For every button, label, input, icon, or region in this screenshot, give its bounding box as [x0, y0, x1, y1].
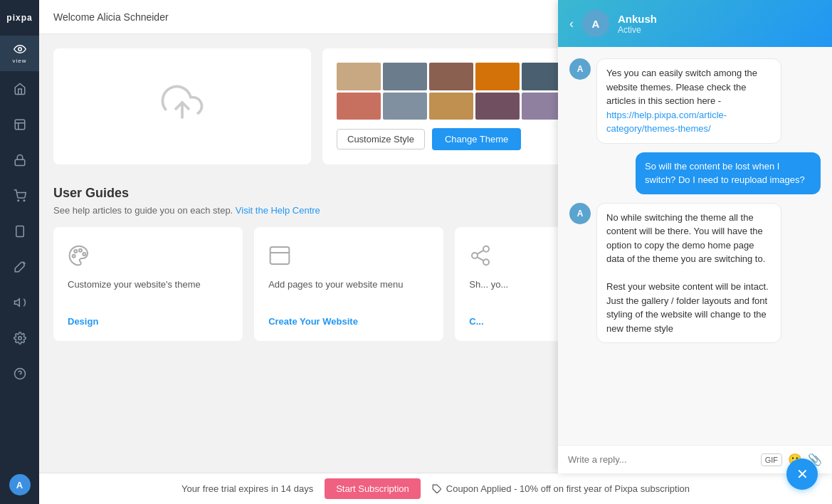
- guide-card-design-text: Customize your website's theme: [68, 279, 228, 309]
- share-link[interactable]: C...: [469, 316, 566, 327]
- user-guides-section: User Guides See help articles to guide y…: [53, 186, 580, 341]
- sidebar-item-design[interactable]: [0, 249, 39, 285]
- theme-images-grid: [337, 63, 566, 120]
- theme-img-1: [337, 63, 381, 90]
- svg-point-16: [74, 250, 77, 253]
- chat-header: ‹ A Ankush Active: [558, 0, 832, 47]
- message-row-2: So will the content be lost when I switc…: [569, 152, 821, 194]
- help-centre-link[interactable]: Visit the Help Centre: [236, 205, 320, 216]
- upload-card: [53, 48, 311, 164]
- user-avatar[interactable]: A: [9, 474, 31, 495]
- customize-style-button[interactable]: Customize Style: [337, 129, 425, 149]
- guide-card-pages: Add pages to your website menu Create Yo…: [254, 227, 443, 341]
- bottom-bar: Your free trial expires in 14 days Start…: [39, 473, 832, 504]
- palette-icon: [68, 244, 228, 272]
- agent-name: Ankush: [618, 13, 821, 25]
- theme-img-9: [475, 93, 520, 120]
- svg-rect-4: [15, 159, 25, 165]
- sidebar-item-cart[interactable]: [0, 178, 39, 214]
- guide-cards-row: Customize your website's theme Design Ad…: [53, 227, 580, 341]
- svg-line-24: [478, 251, 484, 254]
- top-cards: Customize Style Change Theme: [53, 48, 580, 164]
- agent-info: Ankush Active: [618, 13, 821, 35]
- theme-img-2: [383, 63, 427, 90]
- agent-avatar: A: [582, 10, 609, 37]
- theme-buttons: Customize Style Change Theme: [337, 128, 566, 150]
- svg-point-10: [18, 337, 21, 340]
- sidebar-item-settings[interactable]: [0, 320, 39, 356]
- design-link[interactable]: Design: [68, 316, 228, 327]
- pages-icon: [14, 118, 26, 131]
- user-guides-subtitle: See help articles to guide you on each s…: [53, 205, 580, 216]
- svg-point-15: [83, 253, 85, 256]
- svg-line-23: [478, 257, 484, 261]
- user-message-1: So will the content be lost when I switc…: [636, 152, 821, 194]
- sidebar-item-lock[interactable]: [0, 142, 39, 178]
- help-link[interactable]: https://help.pixpa.com/article-category/…: [606, 110, 727, 135]
- svg-point-0: [18, 48, 21, 51]
- brush-icon: [14, 261, 26, 273]
- sidebar-item-pages[interactable]: [0, 107, 39, 142]
- chat-back-button[interactable]: ‹: [569, 16, 574, 31]
- start-subscription-button[interactable]: Start Subscription: [325, 478, 421, 499]
- svg-marker-9: [14, 299, 19, 307]
- chat-reply-input[interactable]: [568, 454, 754, 465]
- agent-message-1: Yes you can easily switch among the webs…: [596, 58, 781, 144]
- chat-close-button[interactable]: ✕: [786, 458, 818, 490]
- upload-cloud-icon: [161, 81, 204, 132]
- sidebar-logo[interactable]: pixpa: [0, 0, 39, 36]
- view-label: view: [12, 58, 26, 64]
- svg-point-17: [73, 255, 75, 258]
- gif-button[interactable]: GIF: [761, 453, 782, 466]
- change-theme-button[interactable]: Change Theme: [432, 128, 521, 150]
- svg-point-20: [483, 246, 489, 252]
- theme-img-6: [337, 93, 381, 120]
- chat-messages: A Yes you can easily switch among the we…: [558, 47, 832, 445]
- chat-panel: ‹ A Ankush Active A Yes you can easily s…: [558, 0, 832, 473]
- sidebar-item-home[interactable]: [0, 71, 39, 107]
- user-guides-title: User Guides: [53, 186, 580, 201]
- theme-img-4: [475, 63, 520, 90]
- gear-icon: [14, 332, 26, 345]
- logo-text: pixpa: [6, 13, 32, 23]
- message-row-1: A Yes you can easily switch among the we…: [569, 58, 821, 144]
- create-website-link[interactable]: Create Your Website: [268, 316, 429, 327]
- lock-icon: [14, 154, 26, 167]
- theme-img-7: [383, 93, 427, 120]
- guide-card-pages-text: Add pages to your website menu: [268, 279, 429, 309]
- theme-card: Customize Style Change Theme: [322, 48, 580, 164]
- svg-point-6: [23, 200, 25, 201]
- message-row-3: A No while switching the theme all the c…: [569, 203, 821, 344]
- svg-point-5: [18, 200, 19, 201]
- cart-icon: [14, 189, 26, 202]
- welcome-text: Welcome Alicia Schneider: [53, 11, 169, 23]
- guide-card-share-text: Sh... yo...: [469, 279, 566, 309]
- svg-point-21: [472, 253, 478, 258]
- trial-text: Your free trial expires in 14 days: [181, 483, 313, 494]
- svg-rect-7: [16, 226, 23, 237]
- theme-img-3: [429, 63, 473, 90]
- sidebar-item-mobile[interactable]: [0, 214, 39, 249]
- agent-message-2: No while switching the theme all the con…: [596, 203, 781, 344]
- main-content: Customize Style Change Theme User Guides…: [39, 34, 594, 473]
- home-icon: [14, 83, 26, 95]
- megaphone-icon: [14, 296, 26, 309]
- sidebar-item-view[interactable]: view: [0, 36, 39, 71]
- tag-icon: [432, 484, 442, 494]
- svg-rect-1: [15, 120, 25, 130]
- share-icon: [469, 244, 566, 272]
- guide-card-design: Customize your website's theme Design: [53, 227, 243, 341]
- sidebar: pixpa view A: [0, 0, 39, 504]
- svg-point-22: [483, 259, 489, 265]
- agent-status: Active: [618, 25, 821, 35]
- coupon-text: Coupon Applied - 10% off on first year o…: [432, 483, 690, 494]
- svg-rect-18: [270, 247, 290, 264]
- sidebar-item-help[interactable]: [0, 356, 39, 392]
- sidebar-item-marketing[interactable]: [0, 285, 39, 320]
- mobile-icon: [14, 225, 26, 238]
- svg-point-14: [79, 249, 82, 252]
- help-icon: [14, 367, 26, 380]
- browser-icon: [268, 244, 429, 272]
- theme-img-8: [429, 93, 473, 120]
- eye-icon: [14, 43, 26, 56]
